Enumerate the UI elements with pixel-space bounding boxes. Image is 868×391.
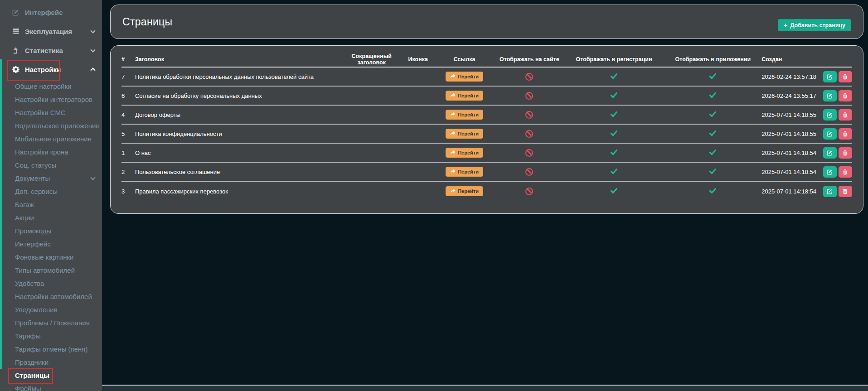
sidebar-item-label: Настройки автомобилей [15, 293, 92, 300]
sidebar-item-label: Настройки крона [15, 148, 68, 156]
go-button[interactable]: Перейти [446, 148, 483, 158]
page-header-card: Страницы + Добавить страницу [110, 5, 863, 39]
check-icon [611, 150, 617, 156]
delete-button[interactable] [839, 147, 852, 159]
col-header-link: Ссылка [434, 56, 495, 63]
sidebar-item-label: Промокоды [15, 227, 51, 235]
edit-button[interactable] [823, 186, 837, 197]
edit-button[interactable] [823, 147, 837, 159]
pencil-square-icon [12, 9, 19, 16]
sidebar-item-Водительское приложение[interactable]: Водительское приложение [0, 119, 102, 132]
sidebar-item-Промокоды[interactable]: Промокоды [0, 224, 102, 237]
check-icon [709, 73, 716, 80]
admin-panel: Интерфейс Эксплуатация Статистика Настро… [0, 0, 868, 391]
sidebar-section-Эксплуатация[interactable]: Эксплуатация [0, 22, 102, 41]
go-button[interactable]: Перейти [446, 72, 483, 82]
delete-button[interactable] [839, 166, 852, 178]
delete-button[interactable] [839, 109, 852, 121]
sidebar-item-Настройки СМС[interactable]: Настройки СМС [0, 106, 102, 119]
go-button-label: Перейти [458, 169, 479, 174]
sidebar-item-Типы автомобилей[interactable]: Типы автомобилей [0, 264, 102, 277]
go-icon [450, 188, 456, 194]
ban-icon [525, 188, 533, 195]
row-created-date: 2026-02-24 13:55:17 [761, 92, 820, 99]
sidebar-item-label: Фреймы [15, 385, 41, 391]
sidebar-item-Мобильное приложение[interactable]: Мобильное приложение [0, 132, 102, 145]
sidebar-item-Проблемы / Пожелания[interactable]: Проблемы / Пожелания [0, 316, 102, 329]
sidebar-sections: Интерфейс Эксплуатация Статистика Настро… [0, 3, 102, 79]
sidebar-item-label: Общие настройки [15, 82, 72, 90]
edit-button[interactable] [823, 166, 837, 178]
go-button-label: Перейти [458, 93, 479, 98]
edit-button[interactable] [823, 109, 837, 121]
col-header-reg: Отображать в регистрации [564, 56, 664, 63]
table-row: 6 Согласие на обработку персональных дан… [121, 87, 852, 106]
sidebar-item-Тарифы отмены (пеня)[interactable]: Тарифы отмены (пеня) [0, 343, 102, 356]
sidebar-item-Багаж[interactable]: Багаж [0, 198, 102, 211]
sidebar-item-Удобства[interactable]: Удобства [0, 277, 102, 290]
ban-icon [525, 92, 533, 100]
check-icon [611, 188, 617, 195]
sidebar-item-Доп. сервисы[interactable]: Доп. сервисы [0, 185, 102, 198]
go-icon [450, 93, 456, 99]
sidebar-item-Интерфейс[interactable]: Интерфейс [0, 237, 102, 251]
edit-button[interactable] [823, 128, 837, 140]
table-body: 7 Политика обработки персональных данных… [121, 68, 852, 201]
sidebar-item-Акции[interactable]: Акции [0, 211, 102, 224]
add-page-button-label: Добавить страницу [790, 22, 845, 29]
sidebar-item-Тарифы[interactable]: Тарифы [0, 329, 102, 343]
go-button-label: Перейти [458, 188, 479, 194]
chevron-down-icon [90, 28, 95, 33]
ban-icon [525, 168, 533, 176]
row-created-date: 2025-07-01 14:18:54 [761, 188, 820, 195]
sidebar-section-Настройки[interactable]: Настройки [0, 60, 102, 79]
sidebar-item-label: Тарифы [15, 332, 41, 340]
col-header-created: Создан [761, 56, 820, 63]
sidebar-item-Соц. статусы[interactable]: Соц. статусы [0, 159, 102, 172]
table-row: 1 О нас Перейти 2025-07-01 14:18:54 [121, 144, 852, 163]
delete-button[interactable] [839, 128, 852, 140]
go-button[interactable]: Перейти [446, 110, 483, 120]
sidebar-item-Общие настройки[interactable]: Общие настройки [0, 80, 102, 93]
sidebar-item-Фоновые картинки[interactable]: Фоновые картинки [0, 251, 102, 264]
go-button[interactable]: Перейти [446, 91, 483, 101]
row-title: Пользовательское соглашение [135, 169, 341, 175]
go-button[interactable]: Перейти [446, 186, 483, 196]
sidebar-section-Интерфейс[interactable]: Интерфейс [0, 3, 102, 22]
sidebar-item-label: Удобства [15, 280, 44, 287]
sidebar-settings-submenu: Общие настройки Настройки интеграторов Н… [0, 80, 102, 391]
sidebar-item-label: Праздники [15, 358, 48, 366]
row-title: Политика обработки персональных данных п… [135, 73, 341, 80]
sidebar-item-Настройки интеграторов[interactable]: Настройки интеграторов [0, 93, 102, 106]
sidebar-item-Документы[interactable]: Документы [0, 172, 102, 185]
row-created-date: 2025-07-01 14:18:55 [761, 130, 820, 137]
table-row: 4 Договор оферты Перейти 2025-07-01 14:1… [121, 106, 852, 125]
check-icon [709, 188, 716, 195]
row-created-date: 2025-07-01 14:18:54 [761, 169, 820, 175]
sidebar-section-Статистика[interactable]: Статистика [0, 41, 102, 60]
ban-icon [525, 130, 533, 138]
delete-button[interactable] [839, 90, 852, 101]
sidebar-item-Праздники[interactable]: Праздники [0, 356, 102, 369]
sidebar-item-Настройки автомобилей[interactable]: Настройки автомобилей [0, 290, 102, 303]
edit-button[interactable] [823, 90, 837, 101]
sidebar-section-label: Интерфейс [25, 9, 63, 16]
ban-icon [525, 149, 533, 157]
check-icon [709, 150, 716, 156]
go-button[interactable]: Перейти [446, 129, 483, 139]
go-button[interactable]: Перейти [446, 167, 483, 177]
go-icon [450, 74, 456, 80]
sidebar-item-Страницы[interactable]: Страницы [0, 369, 102, 382]
sidebar-item-label: Фоновые картинки [15, 253, 73, 261]
level-up-icon [12, 47, 19, 54]
sidebar-section-label: Статистика [25, 47, 63, 54]
delete-button[interactable] [839, 71, 852, 82]
sidebar-item-Настройки крона[interactable]: Настройки крона [0, 145, 102, 159]
add-page-button[interactable]: + Добавить страницу [778, 19, 851, 31]
delete-button[interactable] [839, 186, 852, 197]
go-button-label: Перейти [458, 150, 479, 155]
sidebar-item-Уведомления[interactable]: Уведомления [0, 303, 102, 316]
go-icon [450, 131, 456, 137]
sidebar-item-Фреймы[interactable]: Фреймы [0, 382, 102, 391]
edit-button[interactable] [823, 71, 837, 82]
